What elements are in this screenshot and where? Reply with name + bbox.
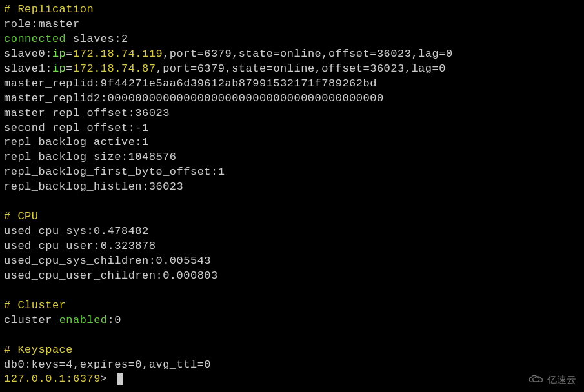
replication-connected-slaves: connected_slaves:2 <box>4 32 580 47</box>
watermark: 亿速云 <box>527 373 576 387</box>
keyspace-db0: db0:keys=4,expires=0,avg_ttl=0 <box>4 358 580 373</box>
replication-role: role:master <box>4 17 580 32</box>
cursor-icon <box>117 373 123 385</box>
terminal-output: # Replication role:master connected_slav… <box>0 0 584 389</box>
replication-slave1: slave1:ip=172.18.74.87,port=6379,state=o… <box>4 62 580 77</box>
cloud-icon <box>527 373 545 387</box>
section-header-cluster: # Cluster <box>4 299 580 313</box>
replication-second-repl-offset: second_repl_offset:-1 <box>4 121 580 136</box>
prompt-line[interactable]: 127.0.0.1:6379> <box>4 372 580 387</box>
cpu-user: used_cpu_user:0.323878 <box>4 239 580 254</box>
blank-line <box>4 328 580 343</box>
replication-slave0: slave0:ip=172.18.74.119,port=6379,state=… <box>4 47 580 62</box>
blank-line <box>4 284 580 299</box>
replication-backlog-active: repl_backlog_active:1 <box>4 135 580 150</box>
watermark-text: 亿速云 <box>547 374 576 386</box>
section-header-cpu: # CPU <box>4 210 580 224</box>
replication-master-replid: master_replid:9f44271e5aa6d39612ab879915… <box>4 77 580 92</box>
section-header-keyspace: # Keyspace <box>4 343 580 358</box>
cpu-sys-children: used_cpu_sys_children:0.005543 <box>4 254 580 269</box>
replication-backlog-histlen: repl_backlog_histlen:36023 <box>4 180 580 195</box>
cpu-user-children: used_cpu_user_children:0.000803 <box>4 269 580 284</box>
replication-backlog-size: repl_backlog_size:1048576 <box>4 150 580 165</box>
section-header-replication: # Replication <box>4 3 580 17</box>
replication-master-repl-offset: master_repl_offset:36023 <box>4 106 580 121</box>
cluster-enabled: cluster_enabled:0 <box>4 313 580 328</box>
blank-line <box>4 195 580 210</box>
replication-master-replid2: master_replid2:0000000000000000000000000… <box>4 92 580 106</box>
cpu-sys: used_cpu_sys:0.478482 <box>4 224 580 239</box>
replication-backlog-first-byte: repl_backlog_first_byte_offset:1 <box>4 165 580 180</box>
